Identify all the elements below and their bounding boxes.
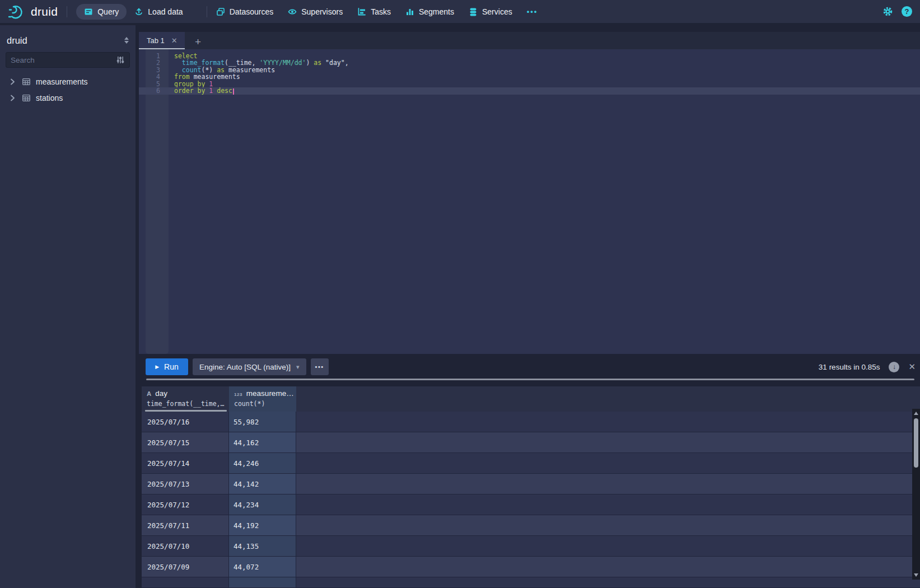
- cell-measurements[interactable]: 44,135: [229, 536, 296, 557]
- close-tab-icon[interactable]: ✕: [171, 36, 178, 45]
- splitter-handle[interactable]: [146, 379, 914, 380]
- database-icon: [469, 7, 478, 16]
- line-number: 6: [146, 87, 160, 95]
- editor-line[interactable]: 4from measurements: [139, 73, 920, 81]
- column-header-measurements[interactable]: 123 measureme… count(*): [229, 386, 296, 412]
- cell-measurements[interactable]: 55,982: [229, 412, 296, 432]
- nav-item-label: Supervisors: [301, 7, 343, 16]
- tab-1[interactable]: Tab 1 ✕: [139, 32, 185, 49]
- query-icon: [84, 7, 93, 16]
- table-icon: [22, 77, 31, 86]
- gantt-icon: [357, 7, 366, 16]
- tab-bar: Tab 1 ✕ +: [139, 32, 920, 49]
- nav-item-label: Tasks: [371, 7, 391, 16]
- sort-indicator: [145, 410, 227, 412]
- results-table: A day time_format(__time,… 123 measureme…: [142, 386, 920, 588]
- nav-divider: [67, 6, 67, 17]
- search-input[interactable]: [6, 56, 116, 64]
- scroll-down-icon[interactable]: [914, 573, 918, 577]
- chevron-right-icon[interactable]: [8, 77, 17, 86]
- cell-filler: [296, 474, 920, 494]
- run-bar: ▶ Run Engine: Auto [SQL (native)] ▾ ••• …: [139, 354, 920, 380]
- text-cursor: [233, 88, 234, 95]
- query-more-button[interactable]: •••: [311, 358, 329, 375]
- string-type-icon: A: [147, 390, 151, 397]
- cell-day[interactable]: 2025/07/13: [142, 474, 229, 494]
- cell-measurements[interactable]: 44,234: [229, 494, 296, 515]
- eye-icon: [288, 7, 297, 16]
- filter-sliders-icon[interactable]: [116, 55, 125, 64]
- column-expression: time_format(__time,…: [147, 400, 224, 408]
- scrollbar-thumb[interactable]: [914, 418, 918, 468]
- cell-day[interactable]: 2025/07/09: [142, 557, 229, 577]
- cell-filler: [296, 515, 920, 536]
- nav-item-supervisors[interactable]: Supervisors: [288, 7, 343, 16]
- schema-title: druid: [7, 35, 123, 46]
- cell-filler: [296, 577, 920, 588]
- editor-line[interactable]: 3 count(*) as measurements: [139, 67, 920, 74]
- results-body: 2025/07/1655,9822025/07/1544,1622025/07/…: [142, 412, 920, 588]
- cell-measurements[interactable]: 44,072: [229, 557, 296, 577]
- nav-item-label: Datasources: [230, 7, 274, 16]
- nav-more-button[interactable]: •••: [527, 7, 538, 16]
- table-row: 2025/07/1544,162: [142, 432, 920, 453]
- cell-filler: [296, 536, 920, 557]
- download-icon[interactable]: ↓: [889, 362, 899, 372]
- run-button[interactable]: ▶ Run: [146, 358, 188, 375]
- chevron-down-icon: ▾: [296, 363, 300, 371]
- scroll-up-icon[interactable]: [914, 412, 918, 415]
- cell-day[interactable]: 2025/07/10: [142, 536, 229, 557]
- results-info: 31 results in 0.85s: [819, 363, 880, 371]
- cell-measurements[interactable]: 44,192: [229, 515, 296, 536]
- add-tab-button[interactable]: +: [195, 36, 201, 47]
- help-icon[interactable]: ?: [902, 6, 912, 17]
- cell-day[interactable]: 2025/07/15: [142, 432, 229, 453]
- close-results-icon[interactable]: ✕: [908, 362, 916, 372]
- number-type-icon: 123: [234, 392, 242, 397]
- nav-item-tasks[interactable]: Tasks: [357, 7, 391, 16]
- cell-day[interactable]: 2025/07/14: [142, 453, 229, 474]
- cell-day[interactable]: 2025/07/11: [142, 515, 229, 536]
- sort-vertical-icon[interactable]: [123, 36, 130, 45]
- table-row: 2025/07/1344,142: [142, 474, 920, 494]
- editor-line[interactable]: 6order by 1 desc: [139, 87, 920, 95]
- results-header: A day time_format(__time,… 123 measureme…: [142, 386, 920, 412]
- nav-item-query[interactable]: Query: [76, 4, 127, 20]
- sidebar-item-measurements[interactable]: measurements: [0, 73, 136, 90]
- table-icon: [22, 94, 31, 102]
- druid-logo-icon: [8, 3, 26, 21]
- nav-item-segments[interactable]: Segments: [405, 7, 454, 16]
- vertical-scrollbar[interactable]: [912, 409, 920, 580]
- cell-measurements[interactable]: 44,246: [229, 453, 296, 474]
- tab-label: Tab 1: [147, 36, 165, 45]
- chevron-right-icon[interactable]: [8, 94, 17, 102]
- settings-gear-icon[interactable]: [882, 6, 893, 17]
- sql-editor[interactable]: 1select2 time_format(__time, 'YYYY/MM/dd…: [139, 49, 920, 354]
- cell-day[interactable]: 2025/07/16: [142, 412, 229, 432]
- brand[interactable]: druid: [8, 3, 58, 21]
- engine-select-button[interactable]: Engine: Auto [SQL (native)] ▾: [193, 358, 306, 375]
- code-text: order by 1 desc: [174, 87, 234, 95]
- editor-gutter: [146, 49, 169, 354]
- column-name: measureme…: [246, 389, 294, 398]
- nav-item-datasources[interactable]: Datasources: [216, 7, 274, 16]
- cell-day[interactable]: 2025/07/12: [142, 494, 229, 515]
- table-row: 2025/07/1044,135: [142, 536, 920, 557]
- cell-day: [142, 577, 229, 588]
- nav-item-label: Load data: [148, 7, 183, 16]
- search-box: [6, 52, 130, 68]
- table-row: [142, 577, 920, 588]
- header-filler: [296, 386, 920, 412]
- cell-measurements[interactable]: 44,162: [229, 432, 296, 453]
- editor-line[interactable]: 5group by 1: [139, 81, 920, 88]
- nav-item-load-data[interactable]: Load data: [134, 7, 183, 16]
- table-row: 2025/07/1655,982: [142, 412, 920, 432]
- datasources-icon: [216, 7, 225, 16]
- column-header-day[interactable]: A day time_format(__time,…: [142, 386, 229, 412]
- nav-item-services[interactable]: Services: [469, 7, 512, 16]
- cell-measurements: [229, 577, 296, 588]
- sidebar-item-stations[interactable]: stations: [0, 90, 136, 106]
- table-row: 2025/07/1444,246: [142, 453, 920, 474]
- brand-name: druid: [31, 5, 58, 18]
- cell-measurements[interactable]: 44,142: [229, 474, 296, 494]
